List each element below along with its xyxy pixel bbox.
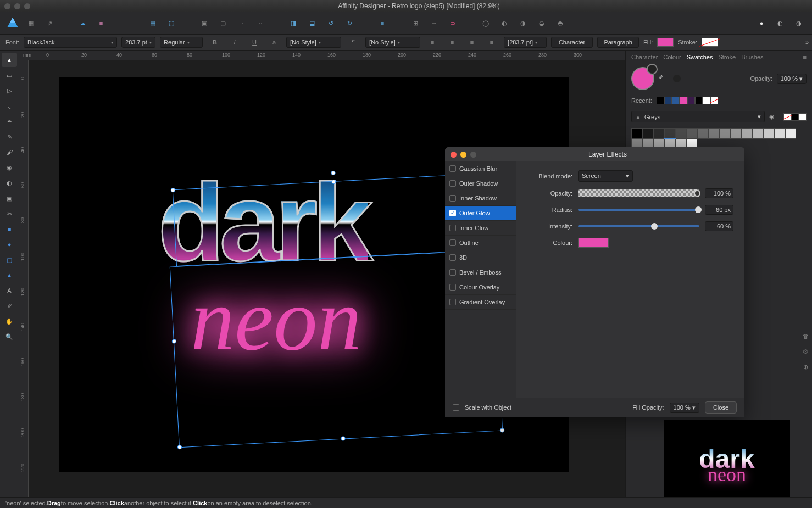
view-single-icon[interactable]: ● bbox=[754, 15, 769, 31]
fill-stroke-selector[interactable] bbox=[631, 67, 654, 90]
boolean-divide-icon[interactable]: ◓ bbox=[553, 15, 568, 31]
brush-tool-icon[interactable]: 🖌 bbox=[2, 145, 17, 159]
node-tool-icon[interactable]: ▷ bbox=[2, 83, 17, 98]
artboard-tool-icon[interactable]: ▭ bbox=[2, 68, 17, 82]
glow-colour-swatch[interactable] bbox=[578, 238, 609, 248]
align-icon[interactable]: ≡ bbox=[375, 15, 390, 31]
align-justify-icon[interactable]: ≡ bbox=[484, 35, 499, 50]
tab-stroke[interactable]: Stroke bbox=[718, 54, 736, 60]
font-size-select[interactable]: 283.7 pt▾ bbox=[121, 37, 155, 48]
persona-export-icon[interactable]: ⇗ bbox=[42, 15, 57, 31]
view-split-icon[interactable]: ◐ bbox=[772, 15, 788, 31]
crop-tool-icon[interactable]: ✂ bbox=[2, 206, 17, 221]
dlg-close-icon[interactable] bbox=[451, 152, 457, 158]
font-family-select[interactable]: BlackJack▾ bbox=[24, 37, 117, 48]
overflow-chevron-icon[interactable]: » bbox=[805, 39, 809, 46]
move-tool-icon[interactable]: ▲ bbox=[2, 53, 17, 67]
fx-outer-shadow[interactable]: Outer Shadow bbox=[445, 176, 516, 191]
neon-text-object[interactable]: neon bbox=[191, 269, 361, 371]
boolean-xor-icon[interactable]: ◒ bbox=[534, 15, 549, 31]
underline-icon[interactable]: U bbox=[247, 35, 262, 50]
fx-opacity-slider[interactable] bbox=[578, 189, 699, 197]
scale-checkbox[interactable] bbox=[453, 404, 459, 411]
fx-inner-glow[interactable]: Inner Glow bbox=[445, 221, 516, 236]
character-panel-button[interactable]: Character bbox=[551, 37, 593, 48]
rounded-rect-tool-icon[interactable]: ▢ bbox=[2, 253, 17, 267]
charstyle-select[interactable]: [No Style]▾ bbox=[286, 37, 341, 48]
dlg-min-icon[interactable] bbox=[460, 152, 466, 158]
arrange-front-icon[interactable]: ▣ bbox=[197, 15, 212, 31]
special-swatches[interactable] bbox=[783, 113, 807, 121]
fx-gradient-overlay[interactable]: Gradient Overlay bbox=[445, 295, 516, 310]
pen-tool-icon[interactable]: ✒ bbox=[2, 114, 17, 129]
fx-outline[interactable]: Outline bbox=[445, 236, 516, 250]
stroke-swatch[interactable] bbox=[702, 38, 718, 47]
fx-bevel-emboss[interactable]: Bevel / Emboss bbox=[445, 265, 516, 280]
snap-grid-icon[interactable]: ⊞ bbox=[408, 15, 423, 31]
zoom-window[interactable] bbox=[24, 3, 30, 9]
fill-tool-icon[interactable]: ◉ bbox=[2, 160, 17, 175]
dlg-zoom-icon[interactable] bbox=[470, 152, 476, 158]
tab-brushes[interactable]: Brushes bbox=[741, 54, 763, 60]
opacity-select[interactable]: 100 % ▾ bbox=[777, 74, 807, 84]
tab-character[interactable]: Character bbox=[631, 54, 658, 60]
vertical-ruler[interactable]: 020406080100120140160180200220 bbox=[19, 60, 29, 508]
arrange-back-icon[interactable]: ▢ bbox=[215, 15, 231, 31]
snap-target-icon[interactable]: → bbox=[426, 15, 442, 31]
dark-text-object[interactable]: dark bbox=[158, 159, 368, 286]
cloud-icon[interactable]: ☁ bbox=[75, 15, 90, 31]
grid-perspective-icon[interactable]: ⬚ bbox=[164, 15, 179, 31]
tab-swatches[interactable]: Swatches bbox=[687, 54, 713, 60]
boolean-subtract-icon[interactable]: ◐ bbox=[497, 15, 512, 31]
align-center-icon[interactable]: ≡ bbox=[444, 35, 460, 50]
close-window[interactable] bbox=[4, 3, 10, 9]
grid-dots-icon[interactable]: ⋮⋮ bbox=[126, 15, 142, 31]
rotate-ccw-icon[interactable]: ↺ bbox=[323, 15, 338, 31]
triangle-tool-icon[interactable]: ▲ bbox=[2, 268, 17, 282]
align-left-icon[interactable]: ≡ bbox=[425, 35, 440, 50]
fx-colour-overlay[interactable]: Colour Overlay bbox=[445, 280, 516, 295]
italic-icon[interactable]: I bbox=[227, 35, 242, 50]
pencil-tool-icon[interactable]: ✎ bbox=[2, 130, 17, 144]
stripes-icon[interactable]: ≡ bbox=[93, 15, 109, 31]
parastyle-icon[interactable]: ¶ bbox=[346, 35, 361, 50]
add-icon[interactable]: ⊕ bbox=[800, 361, 811, 372]
sampled-colour-icon[interactable] bbox=[673, 75, 681, 82]
bold-icon[interactable]: B bbox=[207, 35, 223, 50]
fx-inner-shadow[interactable]: Inner Shadow bbox=[445, 191, 516, 206]
minimize-window[interactable] bbox=[14, 3, 20, 9]
align-right-icon[interactable]: ≡ bbox=[464, 35, 480, 50]
flip-v-icon[interactable]: ⬓ bbox=[304, 15, 320, 31]
layer-preview[interactable]: dark neon bbox=[664, 420, 790, 497]
dialog-titlebar[interactable]: Layer Effects bbox=[445, 147, 744, 161]
close-button[interactable]: Close bbox=[705, 401, 737, 414]
grid-boxes-icon[interactable]: ▤ bbox=[145, 15, 160, 31]
trash-icon[interactable]: 🗑 bbox=[800, 331, 811, 342]
fill-swatch[interactable] bbox=[657, 38, 674, 47]
window-controls[interactable] bbox=[4, 3, 30, 9]
radius-value[interactable]: 60 px bbox=[705, 205, 733, 215]
parastyle-select[interactable]: [No Style]▾ bbox=[365, 37, 420, 48]
arrange-forward-icon[interactable]: ▫ bbox=[234, 15, 249, 31]
blend-mode-select[interactable]: Screen▾ bbox=[578, 170, 633, 182]
fx-3d[interactable]: 3D bbox=[445, 250, 516, 265]
text-tool-icon[interactable]: A bbox=[2, 283, 17, 298]
typography-icon[interactable]: a bbox=[266, 35, 282, 50]
boolean-intersect-icon[interactable]: ◑ bbox=[515, 15, 531, 31]
fx-gaussian-blur[interactable]: Gaussian Blur bbox=[445, 161, 516, 176]
tab-colour[interactable]: Colour bbox=[663, 54, 681, 60]
rotate-cw-icon[interactable]: ↻ bbox=[342, 15, 357, 31]
horizontal-ruler[interactable]: mm 0204060801001201401601802002202402602… bbox=[19, 51, 625, 60]
transparency-tool-icon[interactable]: ◐ bbox=[2, 176, 17, 190]
fx-opacity-value[interactable]: 100 % bbox=[705, 188, 733, 198]
fx-outer-glow[interactable]: ✓Outer Glow bbox=[445, 206, 516, 221]
options-icon[interactable]: ⚙ bbox=[800, 346, 811, 357]
panel-menu-icon[interactable]: ≡ bbox=[803, 54, 807, 60]
fillopacity-select[interactable]: 100 % ▾ bbox=[670, 403, 699, 413]
intensity-value[interactable]: 60 % bbox=[705, 221, 733, 231]
place-image-tool-icon[interactable]: ▣ bbox=[2, 191, 17, 205]
hand-tool-icon[interactable]: ✋ bbox=[2, 314, 17, 328]
palette-select[interactable]: ▲Greys▾ bbox=[631, 111, 765, 122]
palette-options-icon[interactable]: ◉ bbox=[769, 113, 779, 120]
flip-h-icon[interactable]: ◨ bbox=[286, 15, 301, 31]
